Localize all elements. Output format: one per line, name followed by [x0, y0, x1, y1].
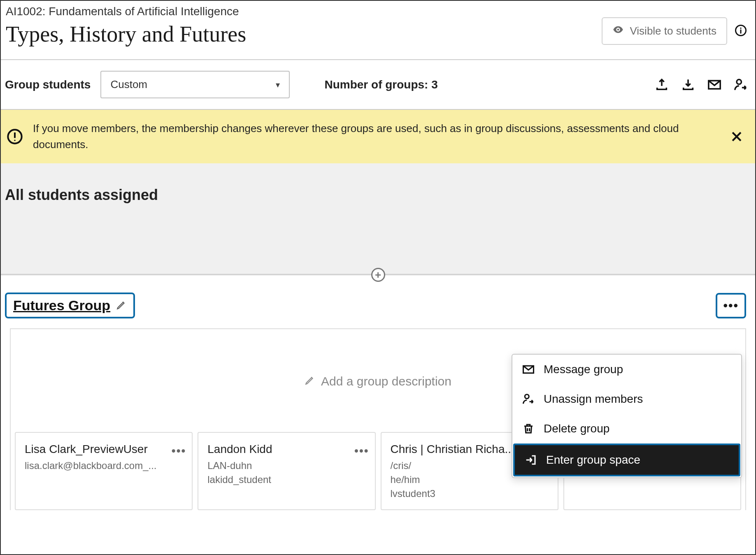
menu-item-label: Enter group space [546, 453, 640, 467]
svg-point-0 [617, 29, 619, 31]
person-arrow-icon[interactable] [734, 78, 748, 92]
info-icon[interactable] [735, 24, 747, 38]
svg-point-4 [737, 79, 741, 84]
group-mode-select[interactable]: Custom ▾ [100, 71, 290, 98]
page-title: Types, History and Futures [6, 21, 246, 47]
add-group-icon[interactable]: + [371, 268, 385, 282]
visibility-label: Visible to students [630, 25, 716, 37]
group-count: Number of groups: 3 [324, 78, 437, 91]
add-description-label: Add a group description [321, 374, 451, 388]
menu-item-label: Unassign members [544, 392, 643, 406]
group-actions-menu: Message groupUnassign membersDelete grou… [512, 354, 742, 478]
student-detail: LAN-duhn [207, 460, 367, 471]
menu-item-enter[interactable]: Enter group space [513, 444, 740, 476]
enter-icon [525, 454, 537, 466]
menu-item-trash[interactable]: Delete group [512, 414, 741, 444]
person-arrow-icon [522, 393, 535, 405]
group-name[interactable]: Futures Group [5, 293, 135, 318]
all-assigned-heading: All students assigned [5, 186, 751, 204]
student-detail: lvstudent3 [391, 488, 550, 499]
student-name: Landon Kidd [207, 443, 367, 456]
menu-item-label: Message group [544, 363, 623, 376]
eye-icon [612, 24, 624, 38]
group-toolbar: Group students Custom ▾ Number of groups… [1, 60, 755, 110]
svg-point-6 [14, 140, 15, 141]
warning-message: If you move members, the membership chan… [33, 121, 720, 153]
group-mode-value: Custom [110, 78, 147, 91]
svg-point-2 [740, 27, 741, 28]
envelope-icon[interactable] [707, 78, 721, 92]
trash-icon [522, 423, 535, 435]
menu-item-label: Delete group [544, 422, 609, 435]
close-icon[interactable] [730, 130, 744, 144]
group-students-label: Group students [5, 78, 91, 91]
warning-icon [7, 128, 23, 145]
student-name: Lisa Clark_PreviewUser [25, 443, 184, 456]
group-name-text: Futures Group [13, 297, 110, 313]
svg-point-8 [525, 395, 529, 399]
menu-item-person-arrow[interactable]: Unassign members [512, 384, 741, 414]
menu-item-envelope[interactable]: Message group [512, 355, 741, 384]
group-header-row: Futures Group ••• [1, 275, 755, 323]
pencil-icon [305, 374, 315, 388]
upload-icon[interactable] [655, 78, 669, 92]
download-icon[interactable] [681, 78, 695, 92]
visibility-toggle[interactable]: Visible to students [602, 17, 727, 45]
student-card[interactable]: Landon KiddLAN-duhnlakidd_student••• [198, 432, 375, 510]
unassigned-section: All students assigned [1, 163, 755, 274]
pencil-icon [116, 300, 127, 312]
group-divider: + [1, 274, 755, 275]
chevron-down-icon: ▾ [276, 80, 280, 90]
group-more-button[interactable]: ••• [716, 293, 746, 318]
student-detail: lisa.clark@blackboard.com_... [25, 460, 184, 471]
student-card[interactable]: Lisa Clark_PreviewUserlisa.clark@blackbo… [15, 432, 193, 510]
envelope-icon [522, 363, 535, 376]
warning-banner: If you move members, the membership chan… [1, 110, 755, 163]
student-detail: lakidd_student [207, 474, 367, 485]
student-more-icon[interactable]: ••• [354, 444, 369, 457]
student-more-icon[interactable]: ••• [172, 444, 186, 457]
page-header: AI1002: Fundamentals of Artificial Intel… [1, 1, 755, 60]
course-code: AI1002: Fundamentals of Artificial Intel… [6, 5, 246, 18]
